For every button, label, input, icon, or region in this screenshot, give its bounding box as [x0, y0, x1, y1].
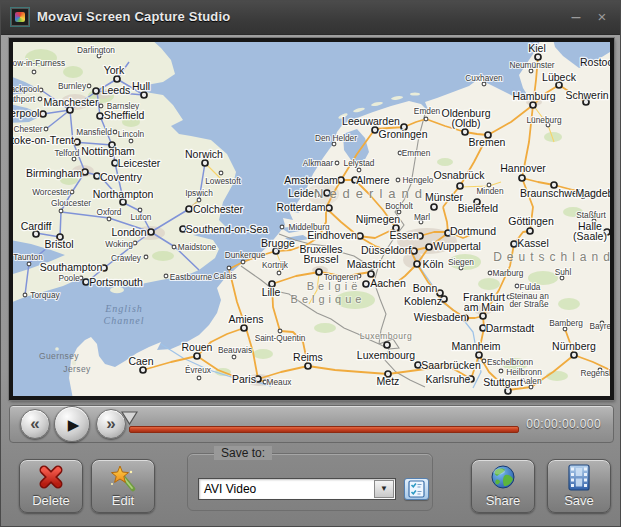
city-label: Coventry: [100, 171, 143, 183]
city-dot: [172, 245, 176, 249]
city-dot: [186, 206, 192, 212]
city-dot: [499, 369, 503, 373]
map-image: DarlingtonBarrow-in-FurnessYorkBurnleyHu…: [13, 42, 610, 396]
city-label: Darlington: [77, 45, 115, 55]
city-label: Ipswich: [185, 188, 213, 198]
city-label: Lübeck: [542, 71, 577, 83]
share-button[interactable]: Share: [471, 459, 535, 513]
city-dot: [148, 229, 154, 235]
city-label: Cuxhaven: [465, 73, 503, 83]
city-dot: [372, 127, 378, 133]
city-label: Suhl: [555, 267, 572, 277]
edit-button[interactable]: Edit: [91, 459, 155, 513]
city-label: Eschelbronn: [487, 357, 534, 367]
city-dot: [414, 261, 420, 267]
city-label: Calais: [213, 271, 236, 281]
city-label: Poole: [58, 273, 80, 283]
format-dropdown[interactable]: AVI Video ▼: [198, 478, 396, 500]
city-label: Schwerin: [565, 89, 608, 101]
city-label: Burnley: [58, 81, 87, 91]
city-dot: [113, 130, 117, 134]
delete-button[interactable]: Delete: [19, 459, 83, 513]
city-dot: [40, 111, 46, 117]
city-dot: [114, 76, 120, 82]
city-dot: [482, 359, 486, 363]
city-label: Beauvais: [218, 345, 252, 355]
city-dot: [197, 198, 201, 202]
timeline-handle[interactable]: [121, 411, 138, 426]
city-label: Luton: [131, 212, 152, 222]
city-label: Osnabrück: [434, 169, 486, 181]
magic-wand-icon: [108, 464, 138, 492]
city-label: Koblenz: [404, 295, 442, 307]
titlebar[interactable]: Movavi Screen Capture Studio – ×: [1, 1, 620, 35]
city-label: Woking: [105, 239, 133, 249]
city-dot: [241, 260, 245, 264]
city-label: Wuppertal: [433, 240, 481, 252]
city-dot: [129, 139, 133, 143]
city-label: Bonn: [413, 282, 438, 294]
city-label: Bocholt: [385, 201, 413, 211]
city-label: Kiel: [528, 42, 546, 54]
city-dot: [457, 183, 463, 189]
city-dot: [426, 244, 432, 250]
city-dot: [305, 363, 311, 369]
city-dot: [140, 367, 146, 373]
city-label: Leicester: [118, 157, 161, 169]
close-button[interactable]: ×: [592, 7, 612, 27]
delete-x-icon: [36, 464, 66, 492]
city-label: Hamburg: [512, 90, 555, 102]
city-dot: [357, 233, 363, 239]
city-dot: [462, 129, 468, 135]
city-label: Colchester: [193, 203, 244, 215]
chevron-down-icon[interactable]: ▼: [374, 480, 394, 498]
delete-label: Delete: [20, 493, 82, 508]
play-button[interactable]: ▶: [54, 406, 90, 442]
city-dot: [476, 352, 482, 358]
city-label: London: [111, 226, 146, 238]
city-label: Évreux: [185, 365, 212, 375]
city-label: Portsmouth: [89, 276, 143, 288]
city-dot: [83, 279, 89, 285]
city-label: Nottingham: [81, 145, 135, 157]
city-label: Meaux: [267, 377, 293, 387]
city-label: Nijmegen: [356, 213, 401, 225]
city-label: Emden: [414, 106, 441, 116]
format-settings-button[interactable]: [404, 478, 429, 500]
city-dot: [396, 178, 400, 182]
save-button[interactable]: Save: [547, 459, 611, 513]
city-label: Marburg: [493, 268, 524, 278]
save-label: Save: [548, 493, 610, 508]
city-label: Southampton: [40, 261, 103, 273]
checklist-icon: [405, 479, 428, 499]
city-label: Stuttgart: [483, 376, 523, 388]
city-label: Metz: [377, 375, 400, 387]
format-value: AVI Video: [204, 482, 256, 496]
city-label: Eastbourne: [170, 272, 213, 282]
city-label-line2: (Saale): [573, 230, 607, 242]
video-preview-map: DarlingtonBarrow-in-FurnessYorkBurnleyHu…: [9, 38, 614, 400]
city-label: Groningen: [378, 128, 427, 140]
water-label: Channel: [104, 315, 145, 326]
city-dot: [505, 388, 511, 394]
city-label: Bremen: [469, 136, 506, 148]
city-label: Chester: [13, 124, 42, 134]
city-dot: [241, 325, 247, 331]
city-dot: [316, 269, 322, 275]
city-dot: [411, 248, 417, 254]
city-label: Neumünster: [509, 60, 554, 70]
city-dot: [23, 293, 27, 297]
city-label: Dortmund: [450, 225, 496, 237]
city-label: Saarbrücken: [421, 359, 481, 371]
city-label: Telford: [55, 148, 80, 158]
save-to-group: Save to: AVI Video ▼: [187, 453, 433, 511]
city-label: Dunkerque: [225, 250, 266, 260]
timeline-track[interactable]: [129, 426, 519, 433]
minimize-button[interactable]: –: [566, 7, 586, 27]
city-label: Rouen: [182, 341, 213, 353]
city-label: Leeuwarden: [342, 115, 400, 127]
city-label: Oxford: [97, 207, 122, 217]
share-label: Share: [472, 493, 534, 508]
rewind-button[interactable]: «: [20, 409, 50, 439]
city-label: Amsterdam: [284, 174, 338, 186]
